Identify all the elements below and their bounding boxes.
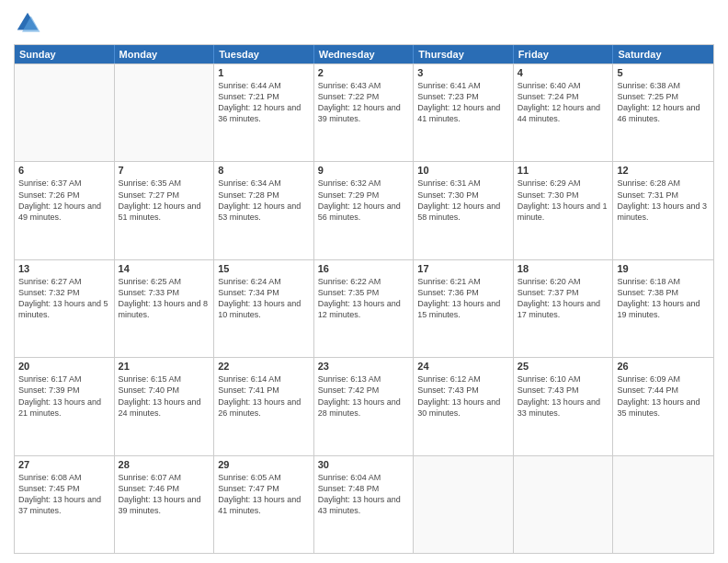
calendar-body: 1Sunrise: 6:44 AMSunset: 7:21 PMDaylight… bbox=[15, 63, 713, 553]
calendar-day-16: 16Sunrise: 6:22 AMSunset: 7:35 PMDayligh… bbox=[314, 260, 415, 357]
day-info: Sunrise: 6:38 AMSunset: 7:25 PMDaylight:… bbox=[617, 80, 710, 125]
daylight-text: Daylight: 13 hours and 24 minutes. bbox=[119, 397, 201, 418]
calendar-row-3: 20Sunrise: 6:17 AMSunset: 7:39 PMDayligh… bbox=[15, 357, 713, 454]
day-info: Sunrise: 6:14 AMSunset: 7:41 PMDaylight:… bbox=[218, 373, 310, 419]
calendar-row-4: 27Sunrise: 6:08 AMSunset: 7:45 PMDayligh… bbox=[15, 455, 713, 553]
daylight-text: Daylight: 12 hours and 58 minutes. bbox=[417, 201, 500, 222]
calendar-day-1: 1Sunrise: 6:44 AMSunset: 7:21 PMDaylight… bbox=[214, 64, 314, 161]
day-info: Sunrise: 6:25 AMSunset: 7:33 PMDaylight:… bbox=[119, 276, 210, 321]
sunset-text: Sunset: 7:27 PM bbox=[119, 190, 180, 200]
page: SundayMondayTuesdayWednesdayThursdayFrid… bbox=[0, 0, 728, 563]
day-number: 21 bbox=[119, 361, 210, 372]
daylight-text: Daylight: 13 hours and 5 minutes. bbox=[18, 299, 108, 319]
day-info: Sunrise: 6:12 AMSunset: 7:43 PMDaylight:… bbox=[417, 373, 509, 419]
calendar-cell-empty bbox=[115, 64, 215, 161]
sunrise-text: Sunrise: 6:10 AM bbox=[518, 374, 581, 384]
sunrise-text: Sunrise: 6:08 AM bbox=[18, 473, 82, 482]
calendar-day-30: 30Sunrise: 6:04 AMSunset: 7:48 PMDayligh… bbox=[314, 456, 415, 553]
sunset-text: Sunset: 7:22 PM bbox=[318, 92, 380, 101]
calendar-day-6: 6Sunrise: 6:37 AMSunset: 7:26 PMDaylight… bbox=[15, 162, 115, 259]
day-number: 29 bbox=[218, 459, 310, 470]
sunrise-text: Sunrise: 6:29 AM bbox=[518, 178, 581, 188]
sunset-text: Sunset: 7:24 PM bbox=[518, 92, 579, 101]
day-info: Sunrise: 6:32 AMSunset: 7:29 PMDaylight:… bbox=[318, 178, 410, 223]
day-info: Sunrise: 6:18 AMSunset: 7:38 PMDaylight:… bbox=[617, 276, 710, 321]
sunrise-text: Sunrise: 6:41 AM bbox=[417, 81, 481, 90]
sunset-text: Sunset: 7:30 PM bbox=[518, 190, 579, 200]
sunset-text: Sunset: 7:33 PM bbox=[119, 288, 180, 297]
sunset-text: Sunset: 7:38 PM bbox=[617, 288, 678, 297]
sunrise-text: Sunrise: 6:18 AM bbox=[617, 277, 680, 286]
sunrise-text: Sunrise: 6:32 AM bbox=[318, 178, 381, 188]
day-info: Sunrise: 6:08 AMSunset: 7:45 PMDaylight:… bbox=[18, 472, 110, 517]
sunrise-text: Sunrise: 6:43 AM bbox=[318, 81, 381, 90]
calendar-day-27: 27Sunrise: 6:08 AMSunset: 7:45 PMDayligh… bbox=[15, 456, 115, 553]
logo-icon bbox=[14, 9, 41, 37]
sunrise-text: Sunrise: 6:34 AM bbox=[218, 178, 281, 188]
sunrise-text: Sunrise: 6:20 AM bbox=[518, 277, 581, 286]
daylight-text: Daylight: 12 hours and 56 minutes. bbox=[318, 201, 401, 222]
sunset-text: Sunset: 7:43 PM bbox=[417, 385, 479, 395]
daylight-text: Daylight: 13 hours and 1 minute. bbox=[518, 201, 608, 222]
calendar-day-23: 23Sunrise: 6:13 AMSunset: 7:42 PMDayligh… bbox=[314, 358, 415, 454]
day-info: Sunrise: 6:21 AMSunset: 7:36 PMDaylight:… bbox=[417, 276, 509, 321]
daylight-text: Daylight: 12 hours and 46 minutes. bbox=[617, 103, 700, 123]
sunrise-text: Sunrise: 6:07 AM bbox=[119, 473, 182, 482]
day-number: 6 bbox=[18, 165, 110, 176]
calendar-day-26: 26Sunrise: 6:09 AMSunset: 7:44 PMDayligh… bbox=[613, 358, 713, 454]
daylight-text: Daylight: 13 hours and 30 minutes. bbox=[417, 397, 500, 418]
day-info: Sunrise: 6:24 AMSunset: 7:34 PMDaylight:… bbox=[218, 276, 310, 321]
day-info: Sunrise: 6:34 AMSunset: 7:28 PMDaylight:… bbox=[218, 178, 310, 223]
day-number: 19 bbox=[617, 263, 710, 274]
day-info: Sunrise: 6:22 AMSunset: 7:35 PMDaylight:… bbox=[318, 276, 410, 321]
day-info: Sunrise: 6:17 AMSunset: 7:39 PMDaylight:… bbox=[18, 373, 110, 419]
daylight-text: Daylight: 13 hours and 39 minutes. bbox=[119, 495, 201, 515]
sunset-text: Sunset: 7:44 PM bbox=[617, 385, 678, 395]
calendar-day-15: 15Sunrise: 6:24 AMSunset: 7:34 PMDayligh… bbox=[214, 260, 314, 357]
weekday-header-thursday: Thursday bbox=[414, 45, 514, 63]
calendar-day-20: 20Sunrise: 6:17 AMSunset: 7:39 PMDayligh… bbox=[15, 358, 115, 454]
daylight-text: Daylight: 13 hours and 33 minutes. bbox=[518, 397, 600, 418]
calendar-day-2: 2Sunrise: 6:43 AMSunset: 7:22 PMDaylight… bbox=[314, 64, 415, 161]
day-info: Sunrise: 6:29 AMSunset: 7:30 PMDaylight:… bbox=[518, 178, 609, 223]
daylight-text: Daylight: 13 hours and 10 minutes. bbox=[218, 299, 301, 319]
calendar-day-4: 4Sunrise: 6:40 AMSunset: 7:24 PMDaylight… bbox=[514, 64, 614, 161]
day-number: 15 bbox=[218, 263, 310, 274]
sunrise-text: Sunrise: 6:09 AM bbox=[617, 374, 680, 384]
calendar-cell-empty bbox=[15, 64, 115, 161]
daylight-text: Daylight: 13 hours and 28 minutes. bbox=[318, 397, 401, 418]
sunset-text: Sunset: 7:21 PM bbox=[218, 92, 279, 101]
header bbox=[14, 9, 714, 37]
day-number: 27 bbox=[18, 459, 110, 470]
daylight-text: Daylight: 13 hours and 8 minutes. bbox=[119, 299, 209, 319]
sunset-text: Sunset: 7:35 PM bbox=[318, 288, 380, 297]
day-number: 28 bbox=[119, 459, 210, 470]
sunset-text: Sunset: 7:41 PM bbox=[218, 385, 279, 395]
weekday-header-friday: Friday bbox=[514, 45, 614, 63]
day-number: 20 bbox=[18, 361, 110, 372]
sunrise-text: Sunrise: 6:38 AM bbox=[617, 81, 680, 90]
day-info: Sunrise: 6:40 AMSunset: 7:24 PMDaylight:… bbox=[518, 80, 609, 125]
daylight-text: Daylight: 13 hours and 26 minutes. bbox=[218, 397, 301, 418]
calendar-day-22: 22Sunrise: 6:14 AMSunset: 7:41 PMDayligh… bbox=[214, 358, 314, 454]
day-number: 8 bbox=[218, 165, 310, 176]
weekday-header-monday: Monday bbox=[115, 45, 215, 63]
day-number: 26 bbox=[617, 361, 710, 372]
calendar-day-14: 14Sunrise: 6:25 AMSunset: 7:33 PMDayligh… bbox=[115, 260, 215, 357]
day-number: 17 bbox=[417, 263, 509, 274]
sunset-text: Sunset: 7:37 PM bbox=[518, 288, 579, 297]
day-number: 2 bbox=[318, 67, 410, 78]
calendar: SundayMondayTuesdayWednesdayThursdayFrid… bbox=[14, 44, 714, 554]
day-info: Sunrise: 6:35 AMSunset: 7:27 PMDaylight:… bbox=[119, 178, 210, 223]
calendar-day-7: 7Sunrise: 6:35 AMSunset: 7:27 PMDaylight… bbox=[115, 162, 215, 259]
sunrise-text: Sunrise: 6:44 AM bbox=[218, 81, 281, 90]
day-info: Sunrise: 6:31 AMSunset: 7:30 PMDaylight:… bbox=[417, 178, 509, 223]
day-number: 10 bbox=[417, 165, 509, 176]
daylight-text: Daylight: 12 hours and 39 minutes. bbox=[318, 103, 401, 123]
day-number: 5 bbox=[617, 67, 710, 78]
calendar-day-3: 3Sunrise: 6:41 AMSunset: 7:23 PMDaylight… bbox=[414, 64, 514, 161]
sunset-text: Sunset: 7:43 PM bbox=[518, 385, 579, 395]
calendar-row-2: 13Sunrise: 6:27 AMSunset: 7:32 PMDayligh… bbox=[15, 259, 713, 357]
calendar-cell-empty bbox=[514, 456, 614, 553]
calendar-day-29: 29Sunrise: 6:05 AMSunset: 7:47 PMDayligh… bbox=[214, 456, 314, 553]
